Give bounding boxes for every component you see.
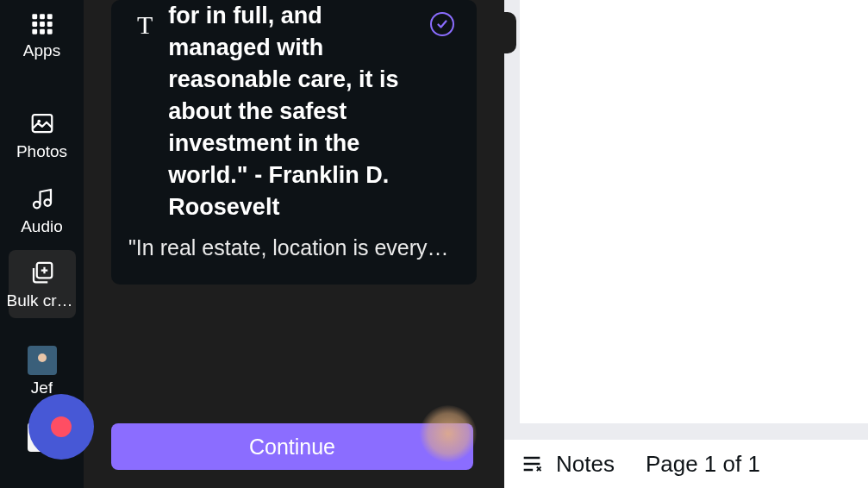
record-button[interactable] xyxy=(28,394,94,460)
photos-icon xyxy=(29,108,55,139)
svg-rect-7 xyxy=(40,29,45,34)
notes-label: Notes xyxy=(556,451,615,478)
page-indicator[interactable]: Page 1 of 1 xyxy=(646,451,760,478)
svg-rect-0 xyxy=(32,14,37,19)
sidebar-item-audio[interactable]: Audio xyxy=(9,176,76,244)
svg-rect-6 xyxy=(32,29,37,34)
quote-text: for in full, and managed with reasonable… xyxy=(168,0,451,223)
svg-rect-9 xyxy=(32,115,52,132)
text-data-card[interactable]: T for in full, and managed with reasonab… xyxy=(111,0,477,285)
text-icon: T xyxy=(137,10,153,39)
apps-icon xyxy=(30,9,54,40)
continue-label: Continue xyxy=(249,435,335,460)
side-panel: T for in full, and managed with reasonab… xyxy=(84,0,504,488)
canvas-area: Notes Page 1 of 1 xyxy=(504,0,868,488)
avatar-icon xyxy=(28,346,57,375)
sidebar-item-bulk-create[interactable]: Bulk cre… xyxy=(9,250,76,318)
svg-rect-3 xyxy=(32,22,37,27)
canvas-page[interactable] xyxy=(520,0,868,423)
svg-rect-8 xyxy=(47,29,52,34)
sidebar-item-photos[interactable]: Photos xyxy=(9,101,76,169)
bottom-bar: Notes Page 1 of 1 xyxy=(504,440,868,488)
sidebar-label-photos: Photos xyxy=(16,142,67,162)
audio-icon xyxy=(29,183,55,214)
sidebar-label-apps: Apps xyxy=(23,41,60,61)
record-dot-icon xyxy=(51,416,72,437)
sidebar-item-apps[interactable]: Apps xyxy=(9,0,76,68)
card-subtext: "In real estate, location is everything.… xyxy=(128,235,451,260)
notes-icon xyxy=(520,452,544,476)
svg-rect-5 xyxy=(47,22,52,27)
notes-button[interactable]: Notes xyxy=(520,451,615,478)
svg-rect-2 xyxy=(47,14,52,19)
sidebar-label-bulk-create: Bulk cre… xyxy=(7,291,78,311)
sidebar-label-audio: Audio xyxy=(21,217,63,237)
panel-collapse-tab[interactable] xyxy=(504,12,516,53)
bulk-create-icon xyxy=(29,257,55,288)
continue-button[interactable]: Continue xyxy=(111,423,473,470)
selected-check-icon xyxy=(430,12,454,36)
svg-rect-4 xyxy=(40,22,45,27)
svg-rect-1 xyxy=(40,14,45,19)
svg-point-10 xyxy=(37,119,41,122)
